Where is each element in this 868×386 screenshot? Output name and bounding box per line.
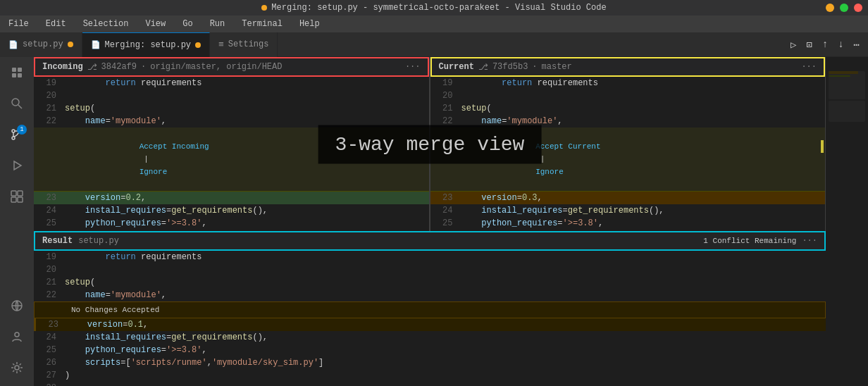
menu-help[interactable]: Help bbox=[297, 18, 323, 30]
current-menu[interactable]: ··· bbox=[801, 62, 817, 72]
activity-settings[interactable] bbox=[4, 355, 30, 380]
tab-actions: ▷ ⊡ ↑ ↓ ⋯ bbox=[788, 37, 868, 52]
incoming-refs: origin/master, origin/HEAD bbox=[150, 62, 282, 72]
current-code-area[interactable]: 19 return requirements 20 21setup( 22 na… bbox=[430, 77, 826, 231]
conflict-gutter-marker bbox=[821, 140, 824, 153]
editor-area: Incoming ⎇ 3842af9 · origin/master, orig… bbox=[34, 57, 826, 386]
incoming-header-left: Incoming ⎇ 3842af9 · origin/master, orig… bbox=[42, 62, 282, 73]
incoming-commit: 3842af9 bbox=[101, 62, 137, 72]
svg-point-16 bbox=[15, 366, 19, 370]
svg-rect-10 bbox=[11, 191, 16, 196]
current-refs: master bbox=[542, 62, 572, 72]
tab-label-settings: Settings bbox=[228, 39, 269, 49]
code-line: 28 bbox=[34, 382, 826, 386]
current-dot: · bbox=[532, 62, 537, 72]
tab-label-setup-py: setup.py bbox=[23, 39, 63, 49]
minimize-button[interactable] bbox=[826, 4, 834, 12]
run-button[interactable]: ▷ bbox=[788, 37, 799, 52]
svg-rect-3 bbox=[18, 73, 22, 77]
activity-debug[interactable] bbox=[4, 153, 30, 178]
prev-conflict-button[interactable]: ↑ bbox=[819, 37, 831, 51]
activity-search[interactable] bbox=[4, 91, 30, 116]
minimap bbox=[826, 57, 868, 386]
close-button[interactable] bbox=[854, 4, 862, 12]
menu-go[interactable]: Go bbox=[180, 18, 195, 30]
code-line: 22 name='mymodule', bbox=[34, 115, 429, 127]
incoming-dot: · bbox=[141, 62, 146, 72]
code-line: 19 return requirements bbox=[34, 251, 826, 263]
activity-account[interactable] bbox=[4, 324, 30, 349]
ignore-incoming-link[interactable]: Ignore bbox=[140, 168, 168, 176]
tab-label-merging: Merging: setup.py bbox=[105, 40, 191, 50]
code-line: 22 name='mymodule', bbox=[34, 289, 826, 301]
activity-source-control[interactable]: 1 bbox=[4, 122, 30, 147]
code-line: 19 return requirements bbox=[34, 77, 429, 89]
more-actions-button[interactable]: ⋯ bbox=[851, 37, 862, 52]
incoming-panel-header: Incoming ⎇ 3842af9 · origin/master, orig… bbox=[34, 57, 429, 77]
title-bar: Merging: setup.py - symmetrical-octo-par… bbox=[0, 0, 868, 15]
source-control-badge: 1 bbox=[17, 125, 27, 135]
svg-rect-1 bbox=[18, 68, 22, 72]
code-line: 21setup( bbox=[430, 102, 826, 115]
menu-view[interactable]: View bbox=[142, 18, 168, 30]
tab-bar: 📄 setup.py 📄 Merging: setup.py ≡ Setting… bbox=[0, 32, 868, 57]
result-code-area[interactable]: 19 return requirements 20 21setup( 22 na… bbox=[34, 251, 826, 386]
current-header-left: Current ⎇ 73fd5b3 · master bbox=[439, 62, 572, 73]
tab-dot-merging bbox=[195, 42, 201, 48]
tab-setup-py[interactable]: 📄 setup.py bbox=[0, 32, 82, 57]
menu-bar: File Edit Selection View Go Run Terminal… bbox=[0, 15, 868, 32]
conflict-status: 1 Conflict Remaining bbox=[703, 237, 796, 245]
code-line: 26 scripts=['scripts/runme','mymodule/sk… bbox=[430, 230, 826, 231]
code-line: 22 name='mymodule', bbox=[430, 115, 826, 127]
no-changes-bar: No Changes Accepted bbox=[34, 301, 826, 318]
code-line: 19 return requirements bbox=[430, 77, 826, 89]
accept-current-link[interactable]: Accept Current bbox=[535, 142, 600, 151]
result-panel: Result setup.py 1 Conflict Remaining ···… bbox=[34, 231, 826, 386]
current-panel: Current ⎇ 73fd5b3 · master ··· 19 return… bbox=[430, 57, 826, 231]
code-line: 21setup( bbox=[34, 102, 429, 115]
incoming-conflict-line: 23 version=0.2, bbox=[34, 192, 429, 204]
tab-settings[interactable]: ≡ Settings bbox=[210, 32, 278, 57]
result-filename: setup.py bbox=[78, 236, 119, 246]
menu-run[interactable]: Run bbox=[207, 18, 228, 30]
code-line: 26 scripts=['scripts/runme','mymodule/sk… bbox=[34, 356, 826, 369]
menu-terminal[interactable]: Terminal bbox=[239, 18, 285, 30]
menu-selection[interactable]: Selection bbox=[80, 18, 132, 30]
maximize-button[interactable] bbox=[840, 4, 848, 12]
incoming-branch-icon: ⎇ bbox=[87, 62, 97, 73]
result-label: Result bbox=[42, 236, 73, 246]
code-line: 20 bbox=[34, 263, 826, 276]
code-line: 27) bbox=[34, 369, 826, 382]
svg-point-4 bbox=[12, 99, 19, 106]
next-conflict-button[interactable]: ↓ bbox=[835, 37, 846, 51]
activity-remote[interactable] bbox=[4, 293, 30, 318]
code-line: 24 install_requires=get_requirements(), bbox=[34, 204, 429, 217]
accept-incoming-link[interactable]: Accept Incoming bbox=[140, 142, 209, 151]
incoming-code-area[interactable]: 19 return requirements 20 21setup( 22 na… bbox=[34, 77, 429, 231]
minimap-content bbox=[827, 60, 867, 123]
tab-merging-setup-py[interactable]: 📄 Merging: setup.py bbox=[82, 32, 210, 57]
menu-edit[interactable]: Edit bbox=[43, 18, 69, 30]
svg-point-15 bbox=[15, 332, 19, 337]
code-line: 25 python_requires='>=3.8', bbox=[430, 217, 826, 230]
current-commit: 73fd5b3 bbox=[492, 62, 528, 72]
result-header-right: 1 Conflict Remaining ··· bbox=[703, 236, 817, 246]
split-editor-button[interactable]: ⊡ bbox=[803, 37, 814, 52]
result-panel-header: Result setup.py 1 Conflict Remaining ··· bbox=[34, 231, 826, 251]
result-menu[interactable]: ··· bbox=[802, 236, 817, 246]
activity-bar: 1 bbox=[0, 57, 34, 386]
svg-rect-13 bbox=[18, 197, 23, 202]
tab-icon-settings: ≡ bbox=[218, 39, 224, 50]
activity-explorer[interactable] bbox=[4, 60, 30, 85]
current-panel-header: Current ⎇ 73fd5b3 · master ··· bbox=[430, 57, 826, 77]
incoming-menu[interactable]: ··· bbox=[405, 62, 421, 72]
menu-file[interactable]: File bbox=[6, 18, 32, 30]
code-line: 25 python_requires='>=3.8', bbox=[34, 217, 429, 230]
result-conflict-line: 23 version=0.1, bbox=[34, 318, 826, 331]
activity-extensions[interactable] bbox=[4, 184, 30, 209]
window-controls bbox=[826, 4, 862, 12]
svg-rect-11 bbox=[18, 191, 23, 196]
code-line: 24 install_requires=get_requirements(), bbox=[34, 331, 826, 344]
code-line: 25 python_requires='>=3.8', bbox=[34, 344, 826, 356]
ignore-current-link[interactable]: Ignore bbox=[535, 168, 564, 176]
